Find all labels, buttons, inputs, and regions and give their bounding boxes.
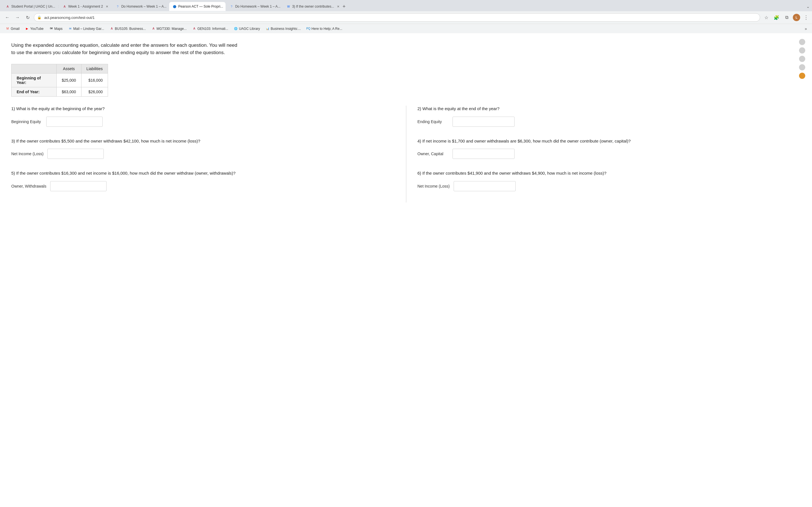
bookmark-mail[interactable]: ✉ Mail – Lindsey Gar... [66, 26, 106, 32]
question-4-label: Owner, Capital [417, 152, 449, 156]
question-2-answer-row: Ending Equity [417, 117, 801, 127]
progress-dots [799, 39, 805, 79]
mgt330-favicon: A [151, 27, 155, 31]
refresh-button[interactable]: ↻ [24, 13, 32, 21]
table-row-end: End of Year: $63,000 $26,000 [11, 87, 108, 97]
table-row-end-assets: $63,000 [57, 87, 82, 97]
bookmark-mgt330[interactable]: A MGT330: Manage... [149, 26, 189, 32]
question-3-block: 3) If the owner contributes $5,500 and t… [11, 138, 395, 159]
bookmark-here-to-help[interactable]: PQ Here to Help; A Re... [304, 26, 345, 32]
page-content: Using the expanded accounting equation, … [0, 33, 812, 230]
tab-favicon-4: 🔵 [172, 4, 176, 8]
bookmark-gen103[interactable]: A GEN103: Informati... [190, 26, 231, 32]
progress-dot-1[interactable] [799, 39, 805, 45]
progress-dot-3[interactable] [799, 56, 805, 62]
question-2-text: 2) What is the equity at the end of the … [417, 106, 801, 112]
bookmarks-bar: M Gmail ▶ YouTube 🗺 Maps ✉ Mail – Lindse… [0, 24, 812, 33]
bookmark-mgt330-label: MGT330: Manage... [156, 27, 187, 31]
bus105-favicon: A [110, 27, 114, 31]
bookmark-star-icon[interactable]: ☆ [762, 13, 770, 21]
bookmark-mail-label: Mail – Lindsey Gar... [73, 27, 104, 31]
bookmark-gmail-label: Gmail [11, 27, 19, 31]
question-1-label: Beginning Equity [11, 119, 42, 124]
table-row-end-label: End of Year: [11, 87, 57, 97]
table-row-beginning: Beginning of Year: $25,000 $16,000 [11, 73, 108, 87]
tab-label-1: Student Portal | UAGC | Un... [11, 4, 55, 8]
help-favicon: PQ [306, 27, 310, 31]
question-3-answer-row: Net Income (Loss) [11, 149, 395, 159]
tab-close-2[interactable]: ✕ [106, 5, 108, 8]
tab-favicon-5: ? [230, 4, 234, 8]
bookmark-bus105[interactable]: A BUS105: Business... [107, 26, 148, 32]
bookmarks-more-button[interactable]: » [803, 26, 809, 32]
tab-favicon-2: A [63, 4, 66, 8]
tab-favicon-3: ? [116, 4, 119, 8]
tab-close-1[interactable]: ✕ [58, 5, 59, 8]
tab-label-3: Do Homework – Week 1 – A... [121, 4, 167, 8]
chrome-menu-button[interactable]: ⋮ [804, 14, 809, 20]
question-2-block: 2) What is the equity at the end of the … [417, 106, 801, 127]
tab-label-5: Do Homework – Week 1 – A... [235, 4, 281, 8]
question-3-label: Net Income (Loss) [11, 152, 43, 156]
question-4-input[interactable] [453, 149, 515, 159]
question-6-answer-row: Net Income (Loss) [417, 181, 801, 191]
bookmark-uagc-label: UAGC Library [239, 27, 260, 31]
tab-pearson-act[interactable]: 🔵 Pearson ACT — Sole Propri... ✕ [169, 2, 225, 11]
new-tab-button[interactable]: + [340, 3, 348, 10]
bookmark-maps[interactable]: 🗺 Maps [47, 26, 65, 32]
progress-dot-4[interactable] [799, 64, 805, 70]
bookmark-uagc-library[interactable]: 🌐 UAGC Library [232, 26, 262, 32]
forward-button[interactable]: → [13, 13, 21, 21]
question-1-text: 1) What is the equity at the beginning o… [11, 106, 395, 112]
questions-container: 1) What is the equity at the beginning o… [11, 106, 801, 203]
back-button[interactable]: ← [3, 13, 11, 21]
bookmark-gen103-label: GEN103: Informati... [197, 27, 228, 31]
question-1-input[interactable] [46, 117, 103, 127]
user-profile-button[interactable]: L [793, 14, 800, 21]
tab-do-homework-2[interactable]: ? Do Homework – Week 1 – A... ✕ [226, 2, 283, 11]
tab-label-4: Pearson ACT — Sole Propri... [178, 4, 223, 8]
tab-owner-contributes[interactable]: W 3) If the owner contributes... ✕ [283, 2, 340, 11]
maps-favicon: 🗺 [49, 27, 53, 31]
question-1-block: 1) What is the equity at the beginning o… [11, 106, 395, 127]
question-4-block: 4) If net income is $1,700 and owner wit… [417, 138, 801, 159]
gen103-favicon: A [192, 27, 196, 31]
gmail-favicon: M [6, 27, 10, 31]
progress-dot-2[interactable] [799, 47, 805, 54]
tab-label-6: 3) If the owner contributes... [292, 4, 334, 8]
tab-close-6[interactable]: ✕ [337, 5, 340, 8]
table-row-beginning-assets: $25,000 [57, 73, 82, 87]
window-split-icon[interactable]: ⧉ [783, 13, 791, 21]
bookmark-business-insights[interactable]: 📊 Business Insights:... [263, 26, 303, 32]
bookmark-gmail[interactable]: M Gmail [3, 26, 22, 32]
tab-label-2: Week 1 - Assignment 2 [68, 4, 103, 8]
uagc-favicon: 🌐 [234, 27, 238, 31]
address-input[interactable] [34, 13, 760, 22]
bookmark-maps-label: Maps [54, 27, 63, 31]
table-row-beginning-liabilities: $16,000 [81, 73, 108, 87]
tab-do-homework-1[interactable]: ? Do Homework – Week 1 – A... ✕ [112, 2, 168, 11]
address-wrap: 🔒 [34, 13, 760, 22]
progress-dot-5[interactable] [799, 73, 805, 79]
question-2-input[interactable] [453, 117, 515, 127]
address-bar-row: ← → ↻ 🔒 ☆ 🧩 ⧉ L ⋮ [0, 11, 812, 24]
tab-favicon-1: A [6, 4, 10, 8]
bookmark-youtube[interactable]: ▶ YouTube [23, 26, 46, 32]
question-5-input[interactable] [50, 181, 107, 191]
data-table: Assets Liabilities Beginning of Year: $2… [11, 64, 108, 97]
question-3-input[interactable] [47, 149, 104, 159]
bookmark-youtube-label: YouTube [30, 27, 43, 31]
extensions-icon[interactable]: 🧩 [772, 13, 780, 21]
table-header-liabilities: Liabilities [81, 64, 108, 73]
question-6-input[interactable] [454, 181, 516, 191]
table-row-beginning-label: Beginning of Year: [11, 73, 57, 87]
lock-icon: 🔒 [37, 15, 42, 19]
tab-bar: A Student Portal | UAGC | Un... ✕ A Week… [0, 0, 812, 11]
tab-list-button[interactable]: ⌄ [806, 4, 810, 9]
browser-frame: A Student Portal | UAGC | Un... ✕ A Week… [0, 0, 812, 33]
tab-week1-assignment[interactable]: A Week 1 - Assignment 2 ✕ [59, 2, 112, 11]
bookmark-help-label: Here to Help; A Re... [312, 27, 342, 31]
tab-student-portal[interactable]: A Student Portal | UAGC | Un... ✕ [2, 2, 59, 11]
question-4-text: 4) If net income is $1,700 and owner wit… [417, 138, 801, 145]
insights-favicon: 📊 [266, 27, 269, 31]
